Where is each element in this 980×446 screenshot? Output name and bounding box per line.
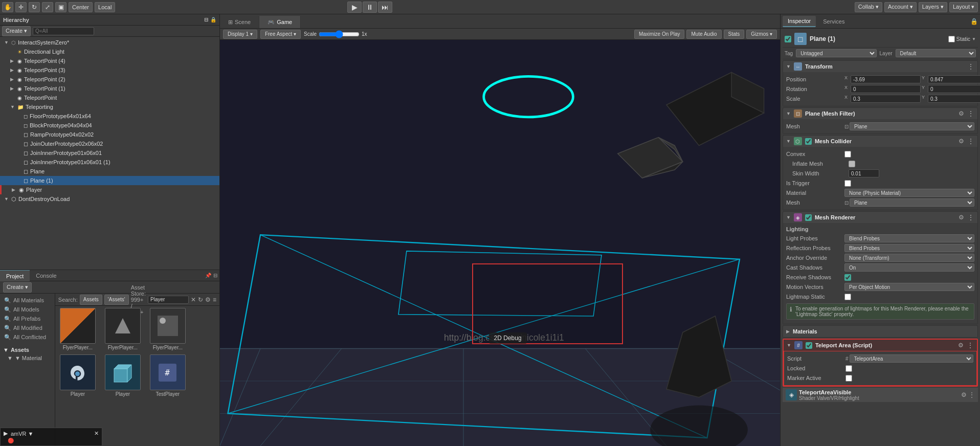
settings-icon[interactable]: ⚙ <box>205 296 211 303</box>
filter-prefabs[interactable]: 🔍 All Prefabs <box>0 314 55 323</box>
hier-item-tp[interactable]: ◉ TeleportPoint <box>0 93 219 102</box>
step-btn[interactable]: ⏭ <box>378 2 392 13</box>
material-tree-item[interactable]: ▼ ▼ Material <box>0 354 55 362</box>
hier-item-tp1[interactable]: ▶ ◉ TeleportPoint (1) <box>0 84 219 93</box>
scale-slider[interactable] <box>319 31 360 37</box>
local-btn[interactable]: Local <box>95 2 115 12</box>
trigger-checkbox[interactable] <box>844 180 851 187</box>
mesh-filter-header[interactable]: ▼ ⊡ Plane (Mesh Filter) ⚙ ⋮ <box>783 108 977 119</box>
mc-header[interactable]: ▼ ⬡ Mesh Collider ⚙ ⋮ <box>783 136 977 147</box>
marker-active-checkbox[interactable] <box>845 375 852 382</box>
hier-item-tp2[interactable]: ▶ ◉ TeleportPoint (2) <box>0 75 219 84</box>
rotate-tool-btn[interactable]: ↻ <box>29 2 40 12</box>
tab-console[interactable]: Console <box>30 270 62 281</box>
tab-scene[interactable]: ⊞ Scene <box>220 16 259 28</box>
play-btn[interactable]: ▶ <box>347 2 362 13</box>
more-icon[interactable]: ≡ <box>213 296 216 303</box>
static-checkbox[interactable] <box>948 36 955 42</box>
gizmos-btn[interactable]: Gizmos ▾ <box>746 30 777 39</box>
project-search-input[interactable] <box>148 296 189 304</box>
hierarchy-create-btn[interactable]: Create ▾ <box>2 26 31 36</box>
tab-game[interactable]: 🎮 Game <box>259 16 301 28</box>
receive-shadows-checkbox[interactable] <box>844 274 851 281</box>
filter-conflicted[interactable]: 🔍 All Conflicted <box>0 332 55 342</box>
mute-btn[interactable]: Mute Audio <box>686 30 721 39</box>
anchor-select[interactable]: None (Transform) <box>844 254 974 262</box>
mf-menu-btn[interactable]: ⋮ <box>967 109 974 118</box>
transform-menu-btn[interactable]: ⋮ <box>967 62 974 71</box>
search-assets-quote-tag[interactable]: 'Assets' <box>104 295 129 305</box>
asset-flyerplayer-tex[interactable]: FlyerPlayer... <box>147 308 188 350</box>
rotation-x-input[interactable] <box>851 85 921 93</box>
layer-select[interactable]: Default <box>896 49 976 57</box>
scale-y-input[interactable] <box>928 95 980 103</box>
hier-item-tp4[interactable]: ▶ ◉ TeleportPoint (4) <box>0 56 219 65</box>
hier-item-dontdestroy[interactable]: ▼ ⬡ DontDestroyOnLoad <box>0 194 219 204</box>
script-select[interactable]: TeleportArea <box>850 354 973 363</box>
tab-project[interactable]: Project <box>0 270 30 281</box>
mc-settings-icon[interactable]: ⚙ <box>959 138 964 145</box>
asset-flyerplayer-model[interactable]: FlyerPlayer... <box>102 308 143 350</box>
ts-menu-btn[interactable]: ⋮ <box>967 341 974 349</box>
hier-item-player[interactable]: ▶ ◉ Player <box>0 185 219 194</box>
hier-item-teleporting[interactable]: ▼ 📁 Teleporting <box>0 102 219 112</box>
asset-player-steam[interactable]: Player <box>57 354 98 397</box>
pause-btn[interactable]: ⏸ <box>363 2 377 13</box>
ts-enabled-checkbox[interactable] <box>806 342 812 349</box>
position-x-input[interactable] <box>851 75 921 83</box>
terminal-close-btn[interactable]: ✕ <box>94 430 99 437</box>
materials-header[interactable]: ▶ Materials <box>783 326 977 337</box>
refl-probes-select[interactable]: Blend Probes <box>844 244 974 252</box>
asset-testplayer-script[interactable]: # TestPlayer <box>147 354 188 397</box>
hier-item-dirlight[interactable]: ☀ Directional Light <box>0 47 219 56</box>
hier-item-root[interactable]: ▼ ⬡ InteractSystemZero* <box>0 38 219 47</box>
mf-settings-icon[interactable]: ⚙ <box>959 110 964 117</box>
tab-inspector[interactable]: Inspector <box>783 16 816 27</box>
hier-item-ramp[interactable]: ◻ RampPrototype04x02x02 <box>0 130 219 139</box>
mr-header[interactable]: ▼ ◈ Mesh Renderer ⚙ ⋮ <box>783 212 977 223</box>
locked-checkbox[interactable] <box>845 365 852 372</box>
search-assets-tag[interactable]: Assets <box>80 295 102 305</box>
collab-btn[interactable]: Collab ▾ <box>855 2 882 12</box>
hand-tool-btn[interactable]: ✋ <box>2 2 13 12</box>
hier-item-jinner[interactable]: ◻ JoinInnerPrototype01x06x01 <box>0 148 219 158</box>
hier-item-jinner2[interactable]: ◻ JoinInnerPrototype01x06x01 (1) <box>0 158 219 167</box>
position-y-input[interactable] <box>928 75 980 83</box>
lock-inspector-icon[interactable]: 🔒 <box>970 18 978 25</box>
inflate-checkbox[interactable] <box>849 161 855 167</box>
stats-btn[interactable]: Stats <box>724 30 745 39</box>
search-clear-icon[interactable]: ✕ <box>191 296 196 303</box>
rotation-y-input[interactable] <box>928 85 980 93</box>
shader-menu-icon[interactable]: ⋮ <box>969 391 975 398</box>
hierarchy-search-input[interactable] <box>33 27 94 35</box>
center-btn[interactable]: Center <box>69 2 93 12</box>
refresh-icon[interactable]: ↻ <box>198 296 203 303</box>
light-probes-select[interactable]: Blend Probes <box>844 234 974 242</box>
filter-models[interactable]: 🔍 All Models <box>0 305 55 314</box>
assets-root-item[interactable]: ▼ Assets <box>0 346 55 354</box>
shader-settings-icon[interactable]: ⚙ <box>961 391 967 398</box>
account-btn[interactable]: Account ▾ <box>884 2 917 12</box>
hier-item-block[interactable]: ◻ BlockPrototype04x04x04 <box>0 121 219 130</box>
maximize-btn[interactable]: Maximize On Play <box>634 30 685 39</box>
layout-btn[interactable]: Layout ▾ <box>949 2 978 12</box>
tab-services[interactable]: Services <box>818 16 850 27</box>
aspect-btn[interactable]: Free Aspect ▾ <box>260 30 301 39</box>
ts-settings-icon[interactable]: ⚙ <box>958 342 964 349</box>
transform-header[interactable]: ▼ ↔ Transform ⋮ <box>783 61 977 72</box>
hier-item-jouter[interactable]: ◻ JoinOuterPrototype02x06x02 <box>0 139 219 148</box>
mr-settings-icon[interactable]: ⚙ <box>959 214 964 221</box>
convex-checkbox[interactable] <box>844 151 851 158</box>
mr-menu-btn[interactable]: ⋮ <box>967 213 974 221</box>
motion-vectors-select[interactable]: Per Object Motion <box>844 283 974 291</box>
scale-x-input[interactable] <box>851 95 921 103</box>
scale-tool-btn[interactable]: ⤢ <box>42 2 53 12</box>
skinwidth-input[interactable] <box>849 169 879 177</box>
mc-enabled-checkbox[interactable] <box>805 138 812 145</box>
layers-btn[interactable]: Layers ▾ <box>919 2 947 12</box>
rect-tool-btn[interactable]: ▣ <box>55 2 66 12</box>
cast-shadows-select[interactable]: On <box>844 263 974 272</box>
asset-player-cube[interactable]: Player <box>102 354 143 397</box>
mc-mesh-select[interactable]: Plane <box>850 198 974 207</box>
object-enabled-checkbox[interactable] <box>785 36 791 42</box>
